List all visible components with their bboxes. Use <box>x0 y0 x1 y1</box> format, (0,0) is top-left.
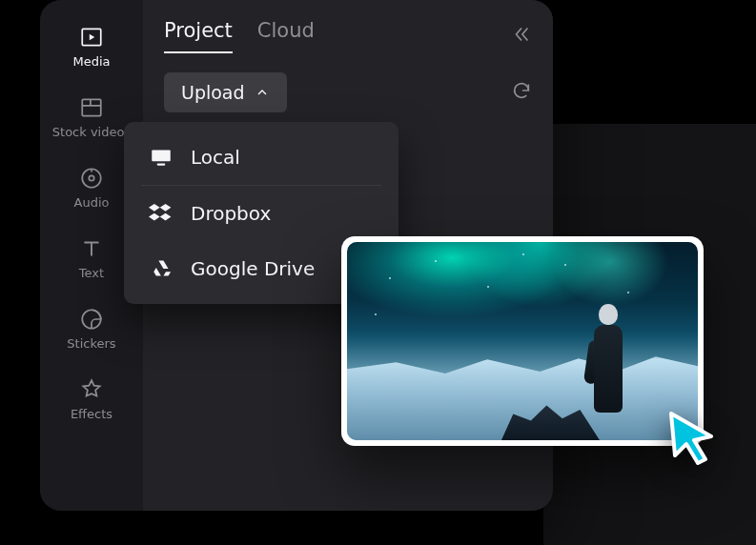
thumbnail-image <box>347 242 698 440</box>
upload-button[interactable]: Upload <box>164 72 287 112</box>
tab-cloud[interactable]: Cloud <box>257 19 315 53</box>
google-drive-icon <box>149 256 174 281</box>
monitor-icon <box>149 145 174 170</box>
effects-icon <box>79 377 104 402</box>
media-icon <box>79 25 104 50</box>
sidebar-item-effects[interactable]: Effects <box>71 372 112 425</box>
thumbnail-person <box>581 260 638 413</box>
upload-option-dropbox[interactable]: Dropbox <box>124 186 398 241</box>
tab-label: Project <box>164 19 233 42</box>
sidebar-item-label: Text <box>79 267 104 279</box>
chevron-up-icon <box>255 85 270 100</box>
upload-button-label: Upload <box>181 82 245 103</box>
sidebar-item-audio[interactable]: Audio <box>74 160 110 213</box>
text-icon <box>79 236 104 261</box>
sidebar-item-text[interactable]: Text <box>79 231 104 284</box>
sidebar-item-label: Media <box>72 55 110 68</box>
sidebar-item-stickers[interactable]: Stickers <box>67 301 115 354</box>
stock-videos-icon <box>79 95 104 120</box>
svg-rect-7 <box>152 150 171 161</box>
upload-option-local[interactable]: Local <box>124 130 398 185</box>
media-preview-thumbnail[interactable] <box>341 236 704 446</box>
audio-icon <box>79 166 104 191</box>
tab-project[interactable]: Project <box>164 19 233 53</box>
sidebar-item-label: Stickers <box>67 337 115 350</box>
cursor-pointer-icon <box>665 410 721 469</box>
collapse-panel-button[interactable] <box>511 24 532 49</box>
dropbox-icon <box>149 201 174 226</box>
upload-option-label: Dropbox <box>191 202 271 225</box>
sidebar-item-label: Stock videos <box>52 126 131 138</box>
svg-rect-8 <box>157 164 166 166</box>
sidebar-item-label: Effects <box>71 408 112 420</box>
panel-toolbar: Upload <box>164 72 532 112</box>
stickers-icon <box>79 307 104 332</box>
refresh-icon <box>511 80 532 101</box>
upload-option-label: Google Drive <box>191 257 315 280</box>
sidebar-item-stock-videos[interactable]: Stock videos <box>52 90 131 143</box>
upload-option-label: Local <box>191 146 240 169</box>
svg-rect-1 <box>82 99 101 115</box>
refresh-button[interactable] <box>511 80 532 105</box>
svg-point-5 <box>89 175 93 180</box>
tab-strip: Project Cloud <box>164 19 315 53</box>
double-chevron-left-icon <box>511 24 532 45</box>
sidebar-item-label: Audio <box>74 196 110 209</box>
sidebar-item-media[interactable]: Media <box>72 19 110 72</box>
tab-label: Cloud <box>257 19 315 42</box>
panel-header: Project Cloud <box>164 19 532 53</box>
